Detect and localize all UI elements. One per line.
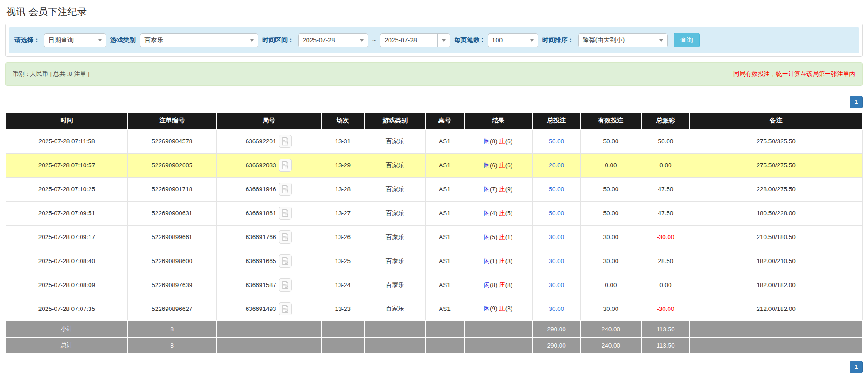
game-cell: 百家乐	[365, 225, 425, 249]
page-size-caret-button[interactable]	[526, 34, 538, 47]
date-to-caret-button[interactable]	[437, 34, 450, 47]
game-type-combo[interactable]: 百家乐	[140, 33, 258, 47]
table-row: 2025-07-28 07:11:58 522690904578 6366922…	[6, 129, 862, 153]
time-sort-caret-button[interactable]	[655, 34, 667, 47]
total-bet-link[interactable]: 30.00	[549, 306, 564, 312]
session-cell: 13-26	[321, 225, 365, 249]
time-cell: 2025-07-28 07:09:51	[6, 201, 128, 225]
bet-id-cell: 522690902605	[128, 153, 217, 177]
total-bet-link[interactable]: 20.00	[549, 162, 564, 169]
payout-cell: -30.00	[641, 225, 690, 249]
table-no-cell: AS1	[426, 201, 464, 225]
result-cell: 闲(1) 庄(3)	[464, 249, 532, 273]
video-replay-button[interactable]	[279, 302, 292, 315]
video-replay-button[interactable]	[279, 183, 292, 196]
query-type-label: 请选择：	[14, 36, 40, 44]
table-row: 2025-07-28 07:09:17 522690899661 6366917…	[6, 225, 862, 249]
session-cell: 13-25	[321, 249, 365, 273]
total-bet-link[interactable]: 30.00	[549, 258, 564, 264]
total-valid-bet: 240.00	[580, 337, 641, 353]
table-no-cell: AS1	[426, 273, 464, 297]
video-file-icon	[281, 281, 289, 289]
page-size-combo[interactable]: 100	[488, 33, 538, 47]
result-banker-score: (6)	[505, 162, 513, 169]
round-id: 636691946	[246, 186, 276, 193]
result-banker-score: (1)	[505, 234, 513, 240]
result-player-score: (4)	[490, 210, 498, 216]
valid-bet-cell: 30.00	[580, 225, 641, 249]
result-player-score: (8)	[490, 138, 498, 145]
column-header: 注单编号	[128, 112, 217, 129]
payout-cell: 0.00	[641, 153, 690, 177]
query-type-caret-button[interactable]	[94, 34, 106, 47]
video-replay-button[interactable]	[279, 207, 292, 220]
total-count: 8	[128, 337, 217, 353]
date-from-input[interactable]: 2025-07-28	[298, 33, 368, 47]
total-bet-link[interactable]: 30.00	[549, 234, 564, 240]
result-banker: 庄	[499, 210, 505, 216]
result-banker-score: (6)	[505, 138, 513, 145]
subtotal-label: 小计	[6, 321, 128, 337]
table-row: 2025-07-28 07:10:57 522690902605 6366920…	[6, 153, 862, 177]
time-range-label: 时间区间：	[262, 36, 294, 44]
video-replay-button[interactable]	[279, 159, 292, 172]
bets-table: 时间注单编号局号场次游戏类别桌号结果总投注有效投注总派彩备注 2025-07-2…	[5, 112, 863, 354]
column-header: 总投注	[532, 112, 580, 129]
remark-cell: 228.00/275.50	[690, 177, 862, 201]
round-cell: 636691665	[217, 249, 321, 273]
result-player: 闲	[484, 305, 490, 312]
total-bet-cell: 30.00	[532, 225, 580, 249]
video-replay-button[interactable]	[279, 230, 292, 244]
page-button-1[interactable]: 1	[850, 96, 863, 108]
time-cell: 2025-07-28 07:11:58	[6, 129, 128, 153]
video-file-icon	[281, 233, 289, 241]
column-header: 总派彩	[641, 112, 690, 129]
remark-cell: 275.50/275.50	[690, 153, 862, 177]
column-header: 时间	[6, 112, 128, 129]
result-cell: 闲(9) 庄(3)	[464, 297, 532, 321]
total-bet-link[interactable]: 50.00	[549, 210, 564, 216]
video-replay-button[interactable]	[279, 254, 292, 268]
total-bet-link[interactable]: 50.00	[549, 186, 564, 193]
total-bet-cell: 50.00	[532, 177, 580, 201]
game-cell: 百家乐	[365, 177, 425, 201]
time-cell: 2025-07-28 07:08:09	[6, 273, 128, 297]
payout-cell: 47.50	[641, 201, 690, 225]
column-header: 桌号	[426, 112, 464, 129]
round-cell: 636691493	[217, 297, 321, 321]
round-id: 636691665	[246, 258, 276, 264]
time-cell: 2025-07-28 07:09:17	[6, 225, 128, 249]
payout-cell: 28.50	[641, 249, 690, 273]
valid-bet-cell: 0.00	[580, 273, 641, 297]
result-player: 闲	[484, 234, 490, 240]
result-cell: 闲(8) 庄(8)	[464, 273, 532, 297]
bet-id-cell: 522690900631	[128, 201, 217, 225]
table-no-cell: AS1	[426, 249, 464, 273]
time-sort-combo[interactable]: 降冪(由大到小)	[578, 33, 668, 47]
remark-cell: 210.50/180.50	[690, 225, 862, 249]
query-button[interactable]: 查询	[674, 33, 700, 47]
date-to-input[interactable]: 2025-07-28	[380, 33, 450, 47]
query-type-combo[interactable]: 日期查询	[44, 33, 106, 47]
result-player: 闲	[484, 138, 490, 145]
round-cell: 636691861	[217, 201, 321, 225]
time-cell: 2025-07-28 07:10:25	[6, 177, 128, 201]
result-player: 闲	[484, 258, 490, 264]
video-replay-button[interactable]	[279, 135, 292, 148]
date-range-tilde: ~	[372, 37, 376, 44]
total-bet-link[interactable]: 30.00	[549, 282, 564, 288]
total-bet-cell: 30.00	[532, 273, 580, 297]
game-type-caret-button[interactable]	[246, 34, 258, 47]
video-replay-button[interactable]	[279, 278, 292, 292]
subtotal-payout: 113.50	[641, 321, 690, 337]
payout-cell: 50.00	[641, 129, 690, 153]
date-from-caret-button[interactable]	[356, 34, 368, 47]
page-button-1[interactable]: 1	[850, 361, 863, 373]
total-bet-link[interactable]: 50.00	[549, 138, 564, 145]
round-cell: 636692201	[217, 129, 321, 153]
chevron-down-icon	[659, 39, 663, 42]
bet-id-cell: 522690901718	[128, 177, 217, 201]
date-to-value: 2025-07-28	[380, 34, 437, 47]
session-cell: 13-27	[321, 201, 365, 225]
game-cell: 百家乐	[365, 249, 425, 273]
